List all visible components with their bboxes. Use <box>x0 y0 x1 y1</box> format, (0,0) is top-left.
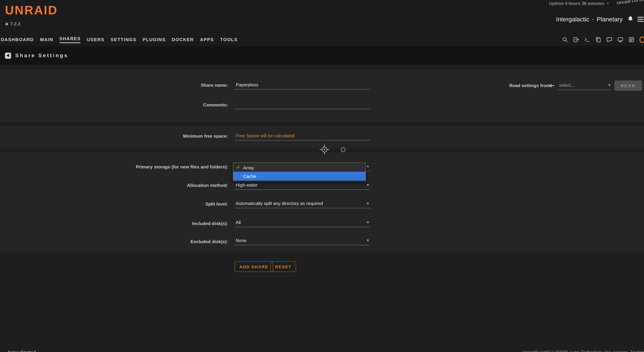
check-icon: ✓ <box>236 165 241 170</box>
excluded-disks-select[interactable]: None ▾ <box>234 236 370 245</box>
unraid-share-settings-page: UNRAID 7.2.3 Uptime 4 hours 36 minutes •… <box>0 0 644 352</box>
nav-item-docker[interactable]: DOCKER <box>172 37 194 42</box>
version-label: 7.2.3 <box>5 22 20 26</box>
excluded-disks-label: Excluded disk(s): <box>105 239 228 244</box>
nav-item-plugins[interactable]: PLUGINS <box>143 37 166 42</box>
separator-dot: • <box>607 1 609 6</box>
server-identity: Intergalactic • Planetary <box>556 16 622 23</box>
form-band-identity <box>0 70 644 122</box>
share-name-label: Share name: <box>105 82 228 88</box>
feedback-icon[interactable] <box>606 36 612 42</box>
os-ribbon-label: Unraid OS Stor <box>616 0 644 5</box>
nav-toolbar <box>562 33 644 46</box>
uptime-label: Uptime 4 hours 36 minutes • <box>549 1 608 6</box>
included-disks-value: All <box>236 220 241 224</box>
touch-circle-icon <box>341 148 345 152</box>
footer-copyright: Unraid® webGui ©2025, Lime Technology, I… <box>522 350 644 352</box>
dropdown-option-array[interactable]: ✓ Array <box>233 163 366 172</box>
arrow-left-icon <box>549 83 555 89</box>
crosshair-cursor-icon <box>318 143 331 156</box>
nav-item-users[interactable]: USERS <box>87 37 104 42</box>
log-icon[interactable] <box>628 36 634 42</box>
share-name-input[interactable] <box>234 80 370 90</box>
version-dot-icon <box>5 22 8 25</box>
chevron-down-icon: ▾ <box>367 220 369 224</box>
nav-item-settings[interactable]: SETTINGS <box>111 37 136 42</box>
reset-button[interactable]: RESET <box>270 261 296 272</box>
chevron-down-icon: ▾ <box>608 83 610 87</box>
server-name: Intergalactic <box>556 16 589 23</box>
included-disks-select[interactable]: All ▾ <box>234 217 370 227</box>
nav-item-tools[interactable]: TOOLS <box>220 37 238 42</box>
nav-items: DASHBOARD MAIN SHARES USERS SETTINGS PLU… <box>1 33 238 46</box>
sign-out-icon[interactable] <box>573 36 579 42</box>
primary-storage-dropdown: ✓ Array Cache <box>233 162 366 181</box>
read-settings-source-value: select... <box>559 82 574 88</box>
read-settings-from-label: Read settings from <box>509 83 550 88</box>
chevron-down-icon: ▾ <box>367 164 369 168</box>
included-disks-label: Included disk(s): <box>105 221 228 226</box>
allocation-method-value: High-water <box>236 182 258 187</box>
terminal-icon[interactable] <box>584 36 590 42</box>
split-level-label: Split level: <box>105 201 228 206</box>
comments-input[interactable] <box>234 100 370 109</box>
nav-item-shares[interactable]: SHARES <box>60 36 80 43</box>
notifications-bell-icon[interactable] <box>627 16 634 22</box>
split-level-select[interactable]: Automatically split any directory as req… <box>234 198 370 208</box>
back-icon[interactable] <box>5 52 11 58</box>
main-nav: DASHBOARD MAIN SHARES USERS SETTINGS PLU… <box>0 33 644 46</box>
copy-icon[interactable] <box>595 36 601 42</box>
console-icon[interactable] <box>617 36 623 42</box>
dropdown-option-cache[interactable]: Cache <box>233 172 366 180</box>
read-settings-source-select[interactable]: select... ▾ <box>558 80 612 90</box>
allocation-method-label: Allocation method: <box>105 182 228 188</box>
chevron-down-icon: ▾ <box>367 201 369 205</box>
minimum-free-space-input[interactable] <box>234 130 370 140</box>
primary-storage-label: Primary storage (for new files and folde… <box>105 164 228 170</box>
server-description: Planetary <box>596 16 622 23</box>
version-text: 7.2.3 <box>10 22 20 26</box>
page-title: Share Settings <box>15 52 68 58</box>
comments-label: Comments: <box>105 102 228 108</box>
minimum-free-space-label: Minimum free space: <box>105 133 228 139</box>
chevron-down-icon: ▾ <box>367 238 369 242</box>
dropdown-option-label: Array <box>243 165 254 170</box>
excluded-disks-value: None <box>236 238 246 242</box>
page-title-bar: Share Settings <box>0 46 644 65</box>
split-level-value: Automatically split any directory as req… <box>236 201 323 206</box>
nav-item-apps[interactable]: APPS <box>200 37 214 42</box>
uptime-text: Uptime 4 hours 36 minutes <box>549 1 604 6</box>
search-icon[interactable] <box>562 36 568 42</box>
unraid-logo[interactable]: UNRAID <box>5 3 58 17</box>
separator-dot: • <box>592 16 594 22</box>
read-button[interactable]: READ <box>614 80 642 91</box>
array-status-label: Array Started <box>8 350 36 352</box>
nav-item-main[interactable]: MAIN <box>40 37 53 42</box>
dropdown-option-label: Cache <box>243 174 256 178</box>
nav-item-dashboard[interactable]: DASHBOARD <box>1 37 34 42</box>
allocation-method-select[interactable]: High-water ▾ <box>234 180 370 190</box>
add-share-button[interactable]: ADD SHARE <box>234 261 273 272</box>
chevron-down-icon: ▾ <box>367 183 369 187</box>
sun-icon[interactable] <box>640 36 644 42</box>
menu-icon[interactable] <box>637 17 644 22</box>
